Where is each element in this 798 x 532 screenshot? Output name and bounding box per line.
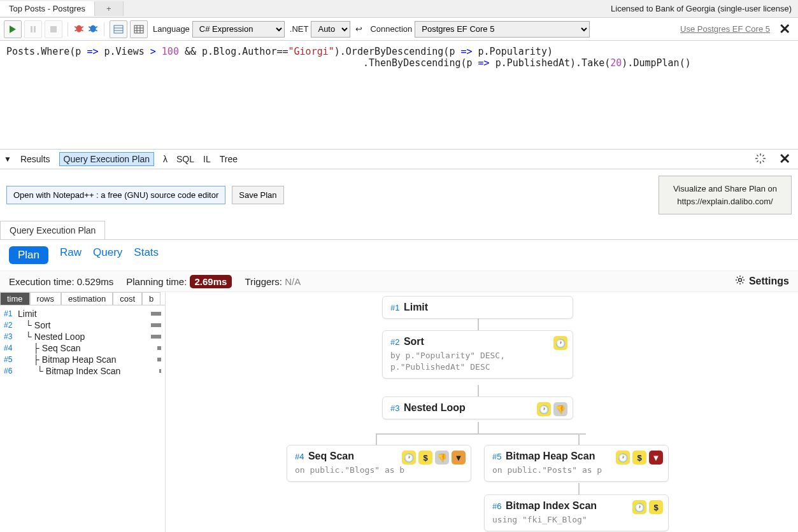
language-select[interactable]: C# Expression xyxy=(192,21,285,38)
triggers: Triggers: N/A xyxy=(245,276,301,287)
connection-label: Connection xyxy=(370,24,412,34)
tab-bar: Top Posts - Postgres + Licensed to Bank … xyxy=(0,0,798,18)
language-label: Language xyxy=(153,24,190,34)
plan-node-bitmap-heap[interactable]: 🕐$▼ #5 Bitmap Heap Scan on public."Posts… xyxy=(484,445,669,482)
tab-query-plan[interactable]: Query Execution Plan xyxy=(59,152,154,166)
svg-rect-14 xyxy=(114,25,123,33)
grid-icon[interactable] xyxy=(130,20,148,38)
pill-stats[interactable]: Stats xyxy=(134,246,159,264)
svg-rect-17 xyxy=(134,25,143,33)
svg-line-11 xyxy=(95,27,97,28)
settings-button[interactable]: Settings xyxy=(735,275,789,288)
dalibo-line2: https://explain.dalibo.com/ xyxy=(673,195,777,208)
plan-node-sort[interactable]: 🕐 #2 Sort by p."Popularity" DESC,p."Publ… xyxy=(382,330,573,379)
svg-line-35 xyxy=(737,277,738,278)
svg-line-26 xyxy=(757,155,758,156)
plan-left-panel: time rows estimation cost b #1Limit#2└ S… xyxy=(0,292,166,532)
open-notepad-button[interactable]: Open with Notepad++ : a free (GNU) sourc… xyxy=(6,186,225,204)
tree-row[interactable]: #6└ Bitmap Index Scan xyxy=(4,365,161,377)
stats-bar: Execution time: 0.529ms Planning time: 2… xyxy=(0,270,798,292)
svg-point-9 xyxy=(90,25,96,32)
close-icon[interactable]: ✕ xyxy=(775,21,794,38)
tab-lambda[interactable]: λ xyxy=(163,154,167,164)
collapse-triangle-icon[interactable]: ▼ xyxy=(4,155,11,164)
svg-line-13 xyxy=(95,30,97,31)
svg-line-29 xyxy=(762,155,764,156)
tab-sql[interactable]: SQL xyxy=(176,154,194,164)
plan-node-seq-scan[interactable]: 🕐$👎▼ #4 Seq Scan on public."Blogs" as b xyxy=(287,445,471,482)
plan-node-bitmap-index[interactable]: 🕐$ #6 Bitmap Index Scan using "fki_FK_Bl… xyxy=(484,494,669,531)
results-bar: ▼ Results Query Execution Plan λ SQL IL … xyxy=(0,149,798,169)
bug-red-icon[interactable] xyxy=(73,22,85,36)
svg-line-37 xyxy=(737,283,738,284)
tree-row[interactable]: #3└ Nested Loop xyxy=(4,331,161,342)
svg-rect-1 xyxy=(31,26,32,32)
clock-icon: 🕐 xyxy=(537,402,551,416)
toolbar: Language C# Expression .NET Auto ↩ Conne… xyxy=(0,18,798,41)
net-select[interactable]: Auto xyxy=(311,21,350,38)
format-table-icon[interactable] xyxy=(110,20,127,38)
pause-button[interactable] xyxy=(24,20,42,38)
back-arrow-icon[interactable]: ↩ xyxy=(353,24,365,34)
thumbs-down-icon: 👎 xyxy=(435,451,449,465)
tab-main[interactable]: Top Posts - Postgres xyxy=(0,1,95,16)
tab-il[interactable]: IL xyxy=(203,154,211,164)
svg-line-8 xyxy=(81,30,83,31)
dollar-icon: $ xyxy=(418,451,432,465)
plan-diagram[interactable]: #1 Limit 🕐 #2 Sort by p."Popularity" DES… xyxy=(166,292,798,532)
pill-raw[interactable]: Raw xyxy=(60,246,82,264)
svg-rect-3 xyxy=(50,26,57,32)
plan-node-limit[interactable]: #1 Limit xyxy=(382,296,573,319)
svg-line-28 xyxy=(757,160,758,162)
dalibo-button[interactable]: Visualize and Share Plan on https://expl… xyxy=(659,176,792,214)
tree-row[interactable]: #4├ Seq Scan xyxy=(4,342,161,354)
exec-time: Execution time: 0.529ms xyxy=(9,276,113,287)
pill-query[interactable]: Query xyxy=(93,246,122,264)
metric-tab-cost[interactable]: cost xyxy=(113,292,142,305)
stop-button[interactable] xyxy=(45,20,62,38)
metric-tab-time[interactable]: time xyxy=(0,292,30,305)
svg-point-30 xyxy=(738,279,741,282)
use-connection-link[interactable]: Use Postgres EF Core 5 xyxy=(680,24,770,34)
svg-rect-2 xyxy=(34,26,36,32)
run-button[interactable] xyxy=(4,20,22,38)
metric-tab-rows[interactable]: rows xyxy=(30,292,61,305)
metric-tabs: time rows estimation cost b xyxy=(0,292,165,305)
result-tab-plan[interactable]: Query Execution Plan xyxy=(0,221,105,239)
svg-line-7 xyxy=(75,30,76,31)
code-editor[interactable]: Posts.Where(p => p.Views > 100 && p.Blog… xyxy=(0,41,798,149)
tree-row[interactable]: #2└ Sort xyxy=(4,319,161,331)
tab-results[interactable]: Results xyxy=(20,154,50,164)
tree-row[interactable]: #1Limit xyxy=(4,308,161,319)
plan-tree-list: #1Limit#2└ Sort#3└ Nested Loop#4├ Seq Sc… xyxy=(0,305,165,379)
clock-icon: 🕐 xyxy=(632,500,646,514)
filter-icon: ▼ xyxy=(649,451,663,465)
clock-icon: 🕐 xyxy=(616,451,630,465)
activity-icon[interactable] xyxy=(755,153,766,166)
pill-row: Plan Raw Query Stats xyxy=(0,240,798,270)
tab-add[interactable]: + xyxy=(95,1,124,16)
filter-icon: ▼ xyxy=(452,451,466,465)
clock-icon: 🕐 xyxy=(402,451,416,465)
connection-select[interactable]: Postgres EF Core 5 xyxy=(415,21,590,38)
svg-line-36 xyxy=(742,283,743,284)
gear-icon xyxy=(735,275,745,288)
divider xyxy=(68,22,68,36)
pill-plan[interactable]: Plan xyxy=(9,246,48,264)
svg-line-27 xyxy=(762,160,764,162)
svg-line-5 xyxy=(75,27,76,28)
bug-blue-icon[interactable] xyxy=(87,22,99,36)
plan-action-bar: Open with Notepad++ : a free (GNU) sourc… xyxy=(0,169,798,221)
plan-grid: time rows estimation cost b #1Limit#2└ S… xyxy=(0,292,798,532)
close-results-icon[interactable]: ✕ xyxy=(775,151,794,167)
save-plan-button[interactable]: Save Plan xyxy=(232,186,283,204)
metric-tab-estimation[interactable]: estimation xyxy=(61,292,113,305)
dollar-icon: $ xyxy=(632,451,646,465)
plan-node-nested-loop[interactable]: 🕐👎 #3 Nested Loop xyxy=(382,396,573,419)
svg-line-6 xyxy=(81,27,83,28)
tree-row[interactable]: #5├ Bitmap Heap Scan xyxy=(4,354,161,365)
dalibo-line1: Visualize and Share Plan on xyxy=(673,183,777,195)
tab-tree[interactable]: Tree xyxy=(220,154,238,164)
metric-tab-b[interactable]: b xyxy=(142,292,160,305)
result-tab-row: Query Execution Plan xyxy=(0,221,798,240)
